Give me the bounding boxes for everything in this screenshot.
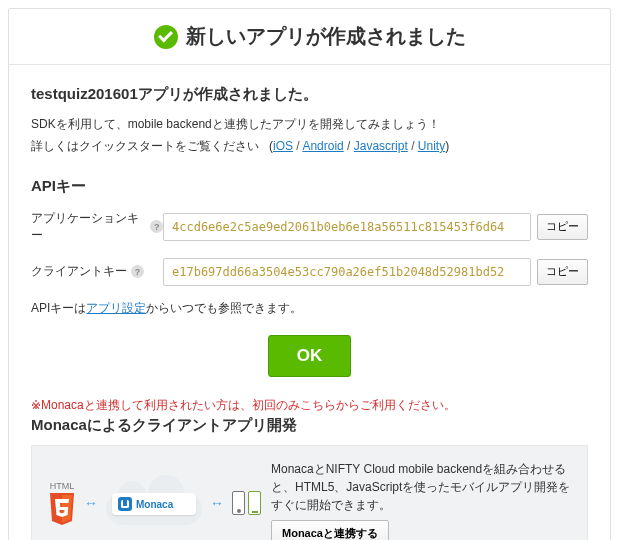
- ok-button[interactable]: OK: [268, 335, 352, 377]
- monaca-description: MonacaとNIFTY Cloud mobile backendを組み合わせる…: [271, 460, 571, 514]
- api-note-suffix: からいつでも参照できます。: [146, 301, 302, 315]
- client-key-field[interactable]: [163, 258, 531, 286]
- app-name: testquiz201601: [31, 85, 138, 102]
- monaca-pill-label: Monaca: [136, 499, 173, 510]
- help-icon[interactable]: ?: [150, 220, 163, 233]
- android-icon: [248, 491, 261, 515]
- sdk-description: SDKを利用して、mobile backendと連携したアプリを開発してみましょ…: [31, 114, 588, 134]
- link-javascript[interactable]: Javascript: [354, 139, 408, 153]
- copy-app-key-button[interactable]: コピー: [537, 214, 588, 240]
- arrow-right-icon: ↔: [210, 495, 224, 511]
- app-created-dialog: 新しいアプリが作成されました testquiz201601アプリが作成されました…: [8, 8, 611, 540]
- link-unity[interactable]: Unity: [418, 139, 445, 153]
- api-keys-heading: APIキー: [31, 177, 588, 196]
- app-created-suffix: アプリが作成されました。: [138, 85, 318, 102]
- quickstart-prefix: 詳しくはクイックスタートをご覧ください: [31, 139, 259, 153]
- api-note: APIキーはアプリ設定からいつでも参照できます。: [31, 300, 588, 317]
- link-android[interactable]: Android: [302, 139, 343, 153]
- client-key-row: クライアントキー ? コピー: [31, 258, 588, 286]
- monaca-panel: HTML ↔ Monaca: [31, 445, 588, 540]
- monaca-cloud: Monaca: [106, 481, 202, 525]
- link-ios[interactable]: iOS: [273, 139, 293, 153]
- quickstart-line: 詳しくはクイックスタートをご覧ください (iOS / Android / Jav…: [31, 138, 588, 155]
- copy-client-key-button[interactable]: コピー: [537, 259, 588, 285]
- monaca-link-button[interactable]: Monacaと連携する: [271, 520, 389, 540]
- app-key-field[interactable]: [163, 213, 531, 241]
- help-icon[interactable]: ?: [131, 265, 144, 278]
- arrow-right-icon: ↔: [84, 495, 98, 511]
- monaca-description-block: MonacaとNIFTY Cloud mobile backendを組み合わせる…: [271, 460, 571, 540]
- app-created-heading: testquiz201601アプリが作成されました。: [31, 85, 588, 104]
- monaca-title: Monacaによるクライアントアプリ開発: [31, 416, 588, 435]
- link-app-settings[interactable]: アプリ設定: [86, 301, 146, 315]
- api-note-prefix: APIキーは: [31, 301, 86, 315]
- app-key-row: アプリケーションキー ? コピー: [31, 210, 588, 244]
- dialog-title: 新しいアプリが作成されました: [186, 23, 466, 50]
- check-circle-icon: [154, 25, 178, 49]
- monaca-flow: HTML ↔ Monaca: [48, 481, 261, 525]
- monaca-warning: ※Monacaと連携して利用されたい方は、初回のみこちらからご利用ください。: [31, 397, 588, 414]
- phones-group: [232, 491, 261, 515]
- iphone-icon: [232, 491, 245, 515]
- dialog-header: 新しいアプリが作成されました: [9, 9, 610, 65]
- app-key-label: アプリケーションキー: [31, 210, 146, 244]
- monaca-icon: [118, 497, 132, 511]
- html5-icon: HTML: [48, 481, 76, 525]
- client-key-label: クライアントキー: [31, 263, 127, 280]
